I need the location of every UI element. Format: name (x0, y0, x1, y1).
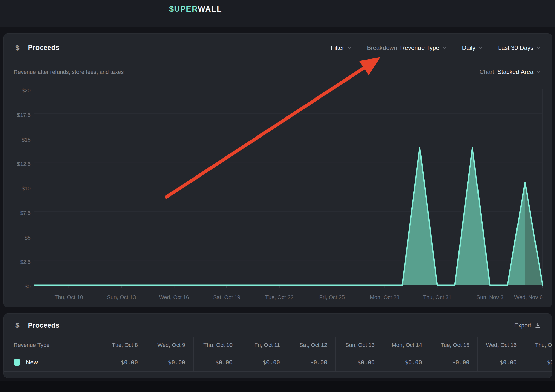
interval-dropdown[interactable]: Daily (462, 44, 483, 51)
table-card-title: Proceeds (28, 322, 60, 329)
controls-divider (490, 43, 490, 53)
table-header-cell: Sun, Oct 13 (335, 337, 383, 353)
column-header: Mon, Oct 14 (392, 342, 422, 348)
x-axis-label: Mon, Oct 28 (370, 294, 399, 301)
chart-subtitle: Revenue after refunds, store fees, and t… (14, 69, 124, 75)
dollar-icon: $ (15, 321, 20, 329)
cell-value: $0.00 (500, 359, 517, 366)
series-swatch (14, 359, 20, 366)
chevron-down-icon (443, 47, 447, 49)
breakdown-dropdown[interactable]: Breakdown Revenue Type (367, 44, 446, 51)
column-header: Thu, Oct 17 (535, 342, 552, 348)
table-card-header: $ Proceeds Export (4, 314, 552, 337)
export-label: Export (514, 322, 531, 329)
cell-value: $0.00 (547, 359, 552, 366)
y-axis-label: $12.5 (4, 161, 31, 167)
y-axis-label: $7.5 (4, 210, 31, 216)
chevron-down-icon (479, 47, 483, 49)
cell-value: $0.00 (357, 359, 375, 366)
table-header-cell: Thu, Oct 10 (193, 337, 241, 353)
proceeds-table-card: $ Proceeds Export Revenue TypeTue, Oct 8… (3, 313, 552, 378)
x-axis-label: Tue, Oct 22 (265, 294, 294, 301)
cell-value: $0.00 (263, 359, 280, 366)
table-header-cell: Sat, Oct 12 (288, 337, 335, 353)
y-axis-label: $0 (4, 284, 31, 290)
series-label: New (26, 359, 38, 366)
filter-dropdown[interactable]: Filter (331, 44, 351, 51)
chevron-down-icon (347, 47, 351, 49)
chart-controls: Filter Breakdown Revenue Type Daily Last… (331, 34, 541, 62)
y-axis-label: $2.5 (4, 259, 31, 265)
cell-value: $0.00 (405, 359, 422, 366)
table-value-cell: $0.00 (288, 353, 335, 371)
x-axis-label: Wed, Nov 6 (514, 294, 543, 301)
stacked-area-chart[interactable] (34, 88, 543, 290)
table-value-cell: $0.00 (430, 353, 477, 371)
y-axis-labels: $0$2.5$5$7.5$10$12.5$15$17.5$20 (4, 88, 31, 290)
bottom-strip (0, 381, 555, 392)
chart-type-dropdown[interactable]: Chart Stacked Area (480, 68, 541, 75)
cell-value: $0.00 (168, 359, 185, 366)
date-range-dropdown[interactable]: Last 30 Days (498, 44, 541, 51)
table-header-cell: Tue, Oct 8 (99, 337, 146, 353)
logo-prefix: $UPER (169, 5, 198, 13)
table-header-cell: Thu, Oct 17 (525, 337, 552, 353)
breakdown-value: Revenue Type (400, 44, 439, 51)
y-axis-label: $20 (4, 88, 31, 94)
column-header: Thu, Oct 10 (203, 342, 233, 348)
superwall-logo: $UPERWALL (169, 5, 222, 14)
column-header: Wed, Oct 16 (486, 342, 517, 348)
x-axis-label: Sun, Oct 13 (107, 294, 136, 301)
controls-divider (454, 43, 454, 53)
x-axis-label: Fri, Oct 25 (319, 294, 345, 301)
chart-plot-svg (34, 88, 543, 290)
table-header-cell: Wed, Oct 9 (146, 337, 193, 353)
interval-value: Daily (462, 44, 475, 51)
y-axis-label: $10 (4, 186, 31, 192)
chart-type-value: Stacked Area (497, 68, 533, 75)
proceeds-chart-card: $ Proceeds Filter Breakdown Revenue Type… (3, 33, 552, 307)
chevron-down-icon (537, 71, 541, 73)
table-header-cell: Revenue Type (4, 337, 99, 353)
table-header-cell: Mon, Oct 14 (383, 337, 430, 353)
column-header: Sat, Oct 12 (299, 342, 327, 348)
cell-value: $0.00 (215, 359, 233, 366)
column-header: Sun, Oct 13 (345, 342, 375, 348)
x-axis-label: Thu, Oct 31 (423, 294, 451, 301)
table-value-cell: $0.00 (146, 353, 193, 371)
y-axis-label: $15 (4, 136, 31, 143)
cell-value: $0.00 (310, 359, 327, 366)
table-value-cell: $0.00 (335, 353, 383, 371)
table-header-row: Revenue TypeTue, Oct 8Wed, Oct 9Thu, Oct… (4, 337, 552, 353)
x-axis-labels: Thu, Oct 10Sun, Oct 13Wed, Oct 16Sat, Oc… (34, 291, 543, 301)
table-value-cell: $0.00 (525, 353, 552, 371)
table-value-cell: $0.00 (383, 353, 430, 371)
table-header-cell: Tue, Oct 15 (430, 337, 477, 353)
breakdown-label: Breakdown (367, 44, 397, 51)
chart-subheader: Revenue after refunds, store fees, and t… (4, 62, 552, 80)
table-header-cell: Fri, Oct 11 (241, 337, 288, 353)
x-axis-label: Thu, Oct 10 (54, 294, 83, 301)
chart-card-header: $ Proceeds Filter Breakdown Revenue Type… (4, 34, 552, 62)
x-axis-label: Sun, Nov 3 (476, 294, 503, 301)
export-button[interactable]: Export (514, 314, 541, 337)
proceeds-table: Revenue TypeTue, Oct 8Wed, Oct 9Thu, Oct… (4, 337, 552, 372)
y-axis-label: $5 (4, 234, 31, 241)
chevron-down-icon (537, 47, 541, 49)
download-icon (535, 323, 541, 328)
table-value-cell: $0.00 (241, 353, 288, 371)
table-value-cell: $0.00 (193, 353, 241, 371)
table-row[interactable]: New$0.00$0.00$0.00$0.00$0.00$0.00$0.00$0… (4, 353, 552, 372)
column-header: Fri, Oct 11 (254, 342, 280, 348)
logo-suffix: WALL (198, 5, 222, 13)
area-fill (34, 148, 543, 285)
column-header: Revenue Type (14, 342, 49, 348)
table-header-cell: Wed, Oct 16 (477, 337, 525, 353)
revenue-type-cell: New (4, 353, 99, 371)
top-bar: $UPERWALL (0, 0, 555, 27)
column-header: Wed, Oct 9 (157, 342, 185, 348)
y-axis-label: $17.5 (4, 112, 31, 118)
cell-value: $0.00 (121, 359, 138, 366)
chart-type-label: Chart (480, 68, 494, 75)
table-value-cell: $0.00 (99, 353, 146, 371)
